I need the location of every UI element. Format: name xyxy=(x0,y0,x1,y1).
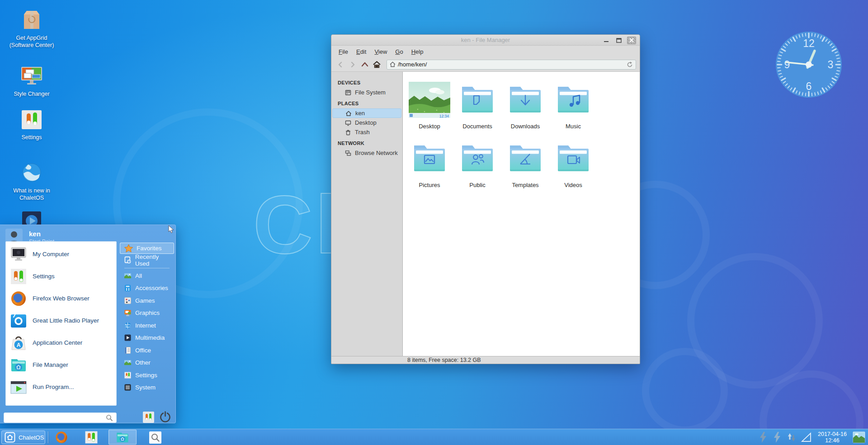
menu-help[interactable]: Help xyxy=(407,47,428,56)
category-games[interactable]: Games xyxy=(120,295,174,307)
reload-icon[interactable] xyxy=(627,61,633,68)
category-favorites[interactable]: Favorites xyxy=(120,243,174,254)
sidebar-item-desktop[interactable]: Desktop xyxy=(332,118,401,127)
sidebar-item-trash[interactable]: Trash xyxy=(332,127,401,137)
menu-item-my-computer[interactable]: My Computer xyxy=(6,243,116,265)
folder-label: Pictures xyxy=(419,182,440,188)
category-system[interactable]: System xyxy=(120,381,174,394)
network-traffic-icon[interactable] xyxy=(786,432,797,443)
globe-icon xyxy=(22,163,42,183)
sidebar-item-browse-network[interactable]: Browse Network xyxy=(332,148,401,158)
desktop-icon-appgrid[interactable]: Get AppGrid (Software Center) xyxy=(2,10,61,49)
all-icon xyxy=(124,272,132,280)
other-icon xyxy=(124,359,132,366)
network-signal-icon[interactable] xyxy=(801,432,812,442)
menu-view[interactable]: View xyxy=(370,47,391,56)
menu-power-button[interactable] xyxy=(159,411,171,425)
menu-item-firefox[interactable]: Firefox Web Browser xyxy=(6,287,116,309)
folder-label: Documents xyxy=(462,123,492,130)
taskbar-file-manager-window[interactable] xyxy=(108,430,137,445)
path-home-icon xyxy=(390,61,396,67)
menu-item-application-center[interactable]: A Application Center xyxy=(6,332,116,354)
folder-templates[interactable]: Templates xyxy=(501,139,549,197)
folder-videos[interactable]: Videos xyxy=(549,139,597,197)
category-separator xyxy=(124,268,170,268)
folder-label: Desktop xyxy=(419,123,440,130)
menu-item-radio-player[interactable]: Great Little Radio Player xyxy=(6,309,116,332)
network-icon xyxy=(345,150,351,156)
category-label: Settings xyxy=(135,372,157,379)
taskbar-search-button[interactable] xyxy=(148,431,162,444)
settings-toggles-icon xyxy=(10,268,27,285)
music-folder-icon xyxy=(554,80,592,118)
power-manager-icon[interactable] xyxy=(758,431,768,443)
folder-downloads[interactable]: Downloads xyxy=(501,80,549,139)
window-sidebar: DEVICES File System PLACES ken Desktop T… xyxy=(331,72,403,356)
menu-edit[interactable]: Edit xyxy=(352,47,370,56)
taskbar-settings-launcher[interactable] xyxy=(84,431,99,444)
path-bar[interactable]: /home/ken/ xyxy=(387,60,636,70)
category-multimedia[interactable]: Multimedia xyxy=(120,332,174,344)
taskbar-firefox-launcher[interactable] xyxy=(54,431,69,444)
category-label: Accessories xyxy=(135,285,168,291)
minimize-button[interactable] xyxy=(602,37,611,44)
category-office[interactable]: Office xyxy=(120,344,174,357)
category-accessories[interactable]: Accessories xyxy=(120,282,174,295)
system-icon xyxy=(124,384,132,391)
sidebar-item-file-system[interactable]: File System xyxy=(332,88,401,97)
folder-label: Downloads xyxy=(511,123,540,130)
folder-pictures[interactable]: Pictures xyxy=(406,139,453,197)
folder-public[interactable]: Public xyxy=(453,139,501,197)
menu-settings-button[interactable] xyxy=(143,412,154,425)
start-button[interactable]: ChaletOS xyxy=(1,431,45,444)
settings-mini-icon xyxy=(124,371,132,379)
menu-go[interactable]: Go xyxy=(391,47,407,56)
trash-icon xyxy=(345,129,351,136)
category-settings[interactable]: Settings xyxy=(120,369,174,382)
menu-item-run-program[interactable]: Run Program... xyxy=(6,376,116,398)
desktop-icon-settings[interactable]: Settings xyxy=(2,110,61,141)
battery-plugin-icon[interactable] xyxy=(772,431,782,443)
firefox-icon xyxy=(10,290,27,307)
run-program-icon xyxy=(10,379,27,396)
folder-desktop[interactable]: 12:34 Desktop xyxy=(406,80,453,139)
window-titlebar[interactable]: ken - File Manager xyxy=(331,35,640,46)
taskbar-separator xyxy=(48,431,48,443)
wallpaper-circle xyxy=(642,348,728,434)
folder-documents[interactable]: Documents xyxy=(453,80,501,139)
file-view[interactable]: 12:34 Desktop xyxy=(403,72,640,356)
menu-file[interactable]: File xyxy=(335,47,352,56)
up-button[interactable] xyxy=(359,59,371,70)
menu-item-file-manager[interactable]: File Manager xyxy=(6,354,116,376)
maximize-button[interactable] xyxy=(614,37,623,44)
desktop-icon-whats-new[interactable]: What is new in ChaletOS xyxy=(2,163,61,201)
category-all[interactable]: All xyxy=(120,270,174,282)
wallpaper-switcher-icon[interactable] xyxy=(853,431,865,443)
forward-button[interactable] xyxy=(346,59,359,70)
chaletos-home-icon xyxy=(5,432,15,443)
sidebar-header-network: NETWORK xyxy=(331,137,402,148)
folder-music[interactable]: Music xyxy=(549,80,597,139)
sidebar-item-ken[interactable]: ken xyxy=(332,108,401,118)
templates-folder-icon xyxy=(506,139,544,177)
close-button[interactable] xyxy=(627,37,636,44)
home-button[interactable] xyxy=(371,59,383,70)
desktop-icon-label: What is new in xyxy=(2,187,61,194)
clock-datetime[interactable]: 2017-04-16 12:46 xyxy=(816,431,849,444)
back-button[interactable] xyxy=(334,59,346,70)
downloads-folder-icon xyxy=(506,80,544,118)
menu-item-label: Run Program... xyxy=(33,384,74,390)
settings-toggles-icon xyxy=(22,110,42,129)
category-other[interactable]: Other xyxy=(120,356,174,369)
search-input[interactable] xyxy=(4,414,106,421)
sidebar-item-label: Desktop xyxy=(355,119,377,126)
username: ken xyxy=(29,230,41,238)
category-recently-used[interactable]: Recently Used xyxy=(120,254,174,267)
category-graphics[interactable]: Graphics xyxy=(120,307,174,319)
svg-text:12:34: 12:34 xyxy=(439,114,449,118)
desktop-icon-style-changer[interactable]: Style Changer xyxy=(2,66,61,98)
my-computer-icon xyxy=(10,246,27,263)
menu-item-settings[interactable]: Settings xyxy=(6,265,116,287)
category-label: Graphics xyxy=(135,309,160,316)
category-internet[interactable]: Internet xyxy=(120,319,174,332)
